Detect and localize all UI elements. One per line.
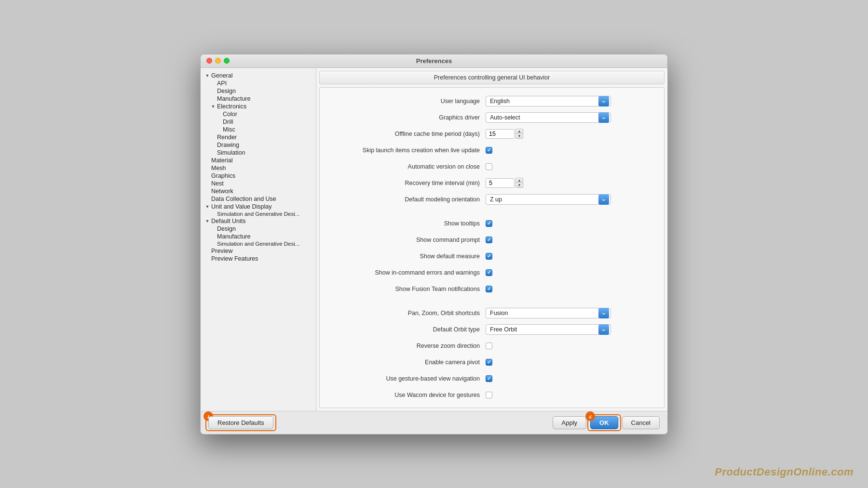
window-content: ▼ General API Design Manufacture ▼	[201, 68, 667, 434]
sidebar-item-misc[interactable]: Misc	[201, 126, 316, 133]
show-fusion-team-control	[486, 286, 652, 292]
show-incommand-checkbox-wrapper	[486, 269, 652, 276]
auto-version-checkbox-wrapper	[486, 163, 652, 170]
show-fusion-team-label: Show Fusion Team notifications	[331, 286, 486, 292]
skip-launch-label: Skip launch items creation when live upd…	[331, 147, 486, 154]
titlebar: Preferences	[201, 54, 667, 68]
label-color: Color	[223, 111, 237, 118]
sidebar-item-network[interactable]: Network	[201, 187, 316, 195]
window-title: Preferences	[416, 57, 452, 65]
arrow-sim-gen2	[210, 241, 216, 247]
show-default-measure-row: Show default measure	[331, 251, 652, 262]
show-command-prompt-checkbox-wrapper	[486, 237, 652, 243]
reverse-zoom-row: Reverse zoom direction	[331, 340, 652, 352]
sidebar-item-material[interactable]: Material	[201, 157, 316, 164]
graphics-driver-control: Auto-select OpenGL DirectX	[486, 112, 652, 123]
sidebar-item-nest[interactable]: Nest	[201, 180, 316, 187]
offline-cache-decrement[interactable]: ▼	[515, 133, 523, 139]
show-command-prompt-checkbox[interactable]	[486, 237, 492, 243]
sidebar-item-color[interactable]: Color	[201, 110, 316, 118]
arrow-render	[210, 134, 216, 140]
minimize-button[interactable]	[215, 58, 221, 64]
label-design2: Design	[217, 225, 236, 232]
sidebar-item-design2[interactable]: Design	[201, 225, 316, 233]
sidebar-item-graphics[interactable]: Graphics	[201, 172, 316, 180]
cancel-button[interactable]: Cancel	[622, 416, 660, 429]
show-command-prompt-control	[486, 237, 652, 243]
sidebar-item-simulation[interactable]: Simulation	[201, 149, 316, 157]
default-orbit-select-wrapper: Free Orbit Constrained Orbit	[486, 324, 611, 335]
skip-launch-row: Skip launch items creation when live upd…	[331, 145, 652, 156]
user-language-select[interactable]: English French German Spanish	[486, 96, 611, 106]
sidebar-item-drawing[interactable]: Drawing	[201, 141, 316, 149]
pan-zoom-select[interactable]: Fusion SolidWorks Alias	[486, 308, 611, 318]
label-api: API	[217, 80, 227, 87]
show-incommand-checkbox[interactable]	[486, 269, 492, 276]
sidebar-item-sim-gen2[interactable]: Simulation and Generative Desi...	[201, 240, 316, 247]
graphics-driver-select[interactable]: Auto-select OpenGL DirectX	[486, 112, 611, 123]
sidebar-item-preview[interactable]: Preview	[201, 247, 316, 255]
right-panel: Preferences controlling general UI behav…	[316, 68, 667, 411]
apply-button[interactable]: Apply	[553, 416, 587, 429]
recovery-time-input[interactable]	[486, 178, 515, 188]
show-incommand-row: Show in-command errors and warnings	[331, 267, 652, 278]
restore-defaults-button[interactable]: Restore Defaults	[208, 416, 273, 429]
close-button[interactable]	[206, 58, 212, 64]
auto-version-row: Automatic version on close	[331, 161, 652, 172]
spacer1	[331, 210, 652, 218]
recovery-time-decrement[interactable]: ▼	[515, 183, 523, 188]
sidebar-item-design[interactable]: Design	[201, 87, 316, 95]
default-modeling-control: Z up Y up	[486, 194, 652, 205]
recovery-time-spinner: ▲ ▼	[486, 178, 652, 188]
default-orbit-select[interactable]: Free Orbit Constrained Orbit	[486, 324, 611, 335]
arrow-nest	[204, 181, 210, 186]
gesture-nav-label: Use gesture-based view navigation	[331, 375, 486, 382]
show-tooltips-checkbox[interactable]	[486, 220, 492, 227]
sidebar-item-electronics[interactable]: ▼ Electronics	[201, 103, 316, 110]
label-mesh: Mesh	[211, 165, 226, 171]
graphics-driver-select-wrapper: Auto-select OpenGL DirectX	[486, 112, 611, 123]
sidebar-item-manufacture2[interactable]: Manufacture	[201, 233, 316, 240]
preferences-window: Preferences ▼ General API Design	[200, 54, 668, 435]
sidebar-item-api[interactable]: API	[201, 79, 316, 87]
arrow-material	[204, 158, 210, 163]
show-default-measure-checkbox[interactable]	[486, 253, 492, 260]
sidebar-item-manufacture[interactable]: Manufacture	[201, 95, 316, 103]
arrow-drill	[216, 119, 222, 125]
arrow-color	[216, 111, 222, 117]
wacom-checkbox[interactable]	[486, 392, 492, 398]
show-fusion-team-checkbox-wrapper	[486, 286, 652, 292]
arrow-api	[210, 80, 216, 86]
bottom-bar: 1 Restore Defaults Apply 2 OK Cancel	[201, 411, 667, 434]
graphics-driver-label: Graphics driver	[331, 114, 486, 121]
sidebar-item-default-units[interactable]: ▼ Default Units	[201, 217, 316, 225]
gesture-nav-checkbox[interactable]	[486, 375, 492, 382]
skip-launch-checkbox-wrapper	[486, 147, 652, 154]
label-simulation: Simulation	[217, 149, 245, 156]
restore-defaults-highlight: 1 Restore Defaults	[208, 416, 273, 429]
skip-launch-checkbox[interactable]	[486, 147, 492, 154]
sidebar-item-drill[interactable]: Drill	[201, 118, 316, 126]
arrow-preview-features	[204, 256, 210, 262]
sidebar-item-general[interactable]: ▼ General	[201, 72, 316, 79]
sidebar-item-preview-features[interactable]: Preview Features	[201, 255, 316, 263]
reverse-zoom-checkbox[interactable]	[486, 343, 492, 349]
show-command-prompt-row: Show command prompt	[331, 234, 652, 246]
sidebar-item-mesh[interactable]: Mesh	[201, 164, 316, 172]
sidebar-item-unit-value[interactable]: ▼ Unit and Value Display	[201, 203, 316, 211]
default-modeling-select[interactable]: Z up Y up	[486, 194, 611, 205]
show-fusion-team-checkbox[interactable]	[486, 286, 492, 292]
auto-version-checkbox[interactable]	[486, 163, 492, 170]
wacom-label: Use Wacom device for gestures	[331, 392, 486, 398]
label-drill: Drill	[223, 119, 233, 125]
pan-zoom-label: Pan, Zoom, Orbit shortcuts	[331, 310, 486, 317]
offline-cache-input[interactable]	[486, 129, 515, 139]
gesture-nav-control	[486, 375, 652, 382]
enable-camera-checkbox[interactable]	[486, 359, 492, 366]
sidebar-item-render[interactable]: Render	[201, 133, 316, 141]
sidebar-item-data-collection[interactable]: Data Collection and Use	[201, 195, 316, 203]
arrow-network	[204, 188, 210, 194]
sidebar-item-sim-gen1[interactable]: Simulation and Generative Desi...	[201, 211, 316, 217]
maximize-button[interactable]	[224, 58, 230, 64]
auto-version-label: Automatic version on close	[331, 163, 486, 170]
